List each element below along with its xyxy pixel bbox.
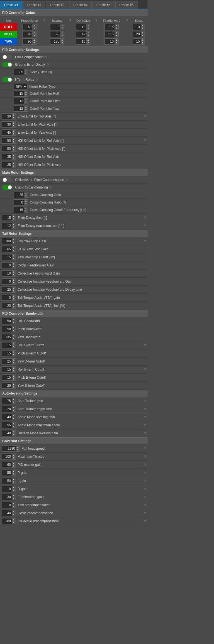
ff-gain-help[interactable]: ? xyxy=(144,495,146,499)
angle-max-angle-spinner[interactable]: ▲▼ xyxy=(2,422,16,428)
piro-comp-help[interactable]: ? xyxy=(45,55,47,59)
tta-limit-input[interactable] xyxy=(2,303,12,308)
pitch-feedforward-up[interactable]: ▲ xyxy=(115,31,118,34)
collective-ff-up[interactable]: ▲ xyxy=(12,271,16,273)
yaw-proportional-input[interactable] xyxy=(23,39,32,44)
pitch-bw-input[interactable] xyxy=(2,327,12,332)
i-gain-up[interactable]: ▲ xyxy=(12,478,16,481)
yaw-derivative-down[interactable]: ▼ xyxy=(86,41,90,44)
yaw-integral-input[interactable] xyxy=(50,39,60,44)
yaw-feedforward-up[interactable]: ▲ xyxy=(115,39,118,41)
yaw-b-down[interactable]: ▼ xyxy=(12,386,16,388)
angle-leveling-gain-spinner[interactable]: ▲▼ xyxy=(2,414,16,420)
i-gain-down[interactable]: ▼ xyxy=(12,481,16,484)
d-gain-up[interactable]: ▲ xyxy=(12,486,16,489)
i-gain-spinner[interactable]: ▲▼ xyxy=(2,478,16,484)
roll-d-input[interactable] xyxy=(2,343,12,348)
angle-leveling-gain-up[interactable]: ▲ xyxy=(12,414,16,417)
error-decay-time-spinner[interactable]: ▲ ▼ xyxy=(2,215,16,221)
horizon-leveling-input[interactable] xyxy=(2,431,12,436)
hsi-gain-pitch-down[interactable]: ▼ xyxy=(12,165,16,168)
max-throttle-input[interactable] xyxy=(2,454,12,459)
yaw-feedforward-spinner[interactable]: ▲▼ xyxy=(104,38,119,45)
max-throttle-down[interactable]: ▼ xyxy=(12,457,16,459)
pitch-derivative-input[interactable] xyxy=(76,32,86,37)
cutoff-pitch-input[interactable] xyxy=(14,99,24,104)
pitch-bw-down[interactable]: ▼ xyxy=(12,329,16,332)
roll-feedforward-input[interactable] xyxy=(105,25,115,30)
pitch-feedforward-input[interactable] xyxy=(105,32,115,37)
yaw-bw-up[interactable]: ▲ xyxy=(12,334,16,337)
yaw-precomp-up[interactable]: ▲ xyxy=(12,254,16,257)
hsi-gain-roll-input[interactable] xyxy=(2,154,12,159)
cross-cutoff-down[interactable]: ▼ xyxy=(24,210,28,213)
hsi-roll-input[interactable] xyxy=(2,138,12,143)
collective-impulse-ff-up[interactable]: ▲ xyxy=(12,279,16,281)
acro-trainer-gain-down[interactable]: ▼ xyxy=(12,401,16,404)
yaw-derivative-input[interactable] xyxy=(76,39,86,44)
angle-leveling-gain-down[interactable]: ▼ xyxy=(12,417,16,420)
iterm-relax-toggle[interactable] xyxy=(2,77,12,82)
error-yaw-input[interactable] xyxy=(2,130,12,135)
cross-gain-up[interactable]: ▲ xyxy=(24,192,28,195)
error-pitch-spinner[interactable]: ▲ ▼ xyxy=(2,121,16,128)
full-headspeed-up[interactable]: ▲ xyxy=(16,446,20,449)
full-headspeed-down[interactable]: ▼ xyxy=(16,449,20,451)
tab-profile-6[interactable]: Profile #6 xyxy=(115,1,138,9)
pitch-integral-up[interactable]: ▲ xyxy=(60,31,64,34)
cyclic-precomp-down[interactable]: ▼ xyxy=(12,513,16,516)
tta-limit-spinner[interactable]: ▲▼ xyxy=(2,303,16,309)
cutoff-roll-up[interactable]: ▲ xyxy=(24,91,28,94)
yaw-bw-input[interactable] xyxy=(2,335,12,340)
roll-integral-input[interactable] xyxy=(50,25,60,30)
collective-precomp-spinner[interactable]: ▲▼ xyxy=(2,518,16,524)
cross-ratio-spinner[interactable]: ▲ ▼ xyxy=(14,199,28,205)
max-throttle-spinner[interactable]: ▲▼ xyxy=(2,454,16,460)
yaw-proportional-up[interactable]: ▲ xyxy=(32,39,36,41)
yaw-boost-input[interactable] xyxy=(133,39,141,44)
roll-boost-up[interactable]: ▲ xyxy=(141,24,145,27)
error-pitch-input[interactable] xyxy=(2,122,12,127)
max-throttle-help[interactable]: ? xyxy=(144,455,146,459)
decay-time-spinner[interactable]: ▲ ▼ xyxy=(14,69,28,75)
pitch-proportional-down[interactable]: ▼ xyxy=(32,34,36,37)
ff-gain-input[interactable] xyxy=(2,494,12,499)
yaw-b-up[interactable]: ▲ xyxy=(12,383,16,386)
pitch-feedforward-down[interactable]: ▼ xyxy=(115,34,118,37)
tab-profile-5[interactable]: Profile #5 xyxy=(92,1,115,9)
full-headspeed-input[interactable] xyxy=(2,446,16,451)
roll-integral-up[interactable]: ▲ xyxy=(60,24,64,27)
pitch-boost-down[interactable]: ▼ xyxy=(141,34,145,37)
pitch-proportional-input[interactable] xyxy=(23,32,32,37)
pitch-boost-up[interactable]: ▲ xyxy=(141,31,145,34)
cutoff-yaw-spinner[interactable]: ▲ ▼ xyxy=(14,106,28,112)
roll-proportional-spinner[interactable]: ▲ ▼ xyxy=(22,24,37,30)
roll-proportional-input[interactable] xyxy=(23,25,32,30)
iterm-type-select[interactable]: RPY RP Y xyxy=(14,84,28,89)
pitch-b-down[interactable]: ▼ xyxy=(12,378,16,380)
pid-master-help[interactable]: ? xyxy=(144,463,146,467)
collective-impulse-decay-down[interactable]: ▼ xyxy=(12,290,16,292)
pitch-boost-spinner[interactable]: ▲▼ xyxy=(133,31,145,37)
d-gain-down[interactable]: ▼ xyxy=(12,489,16,492)
roll-d-up[interactable]: ▲ xyxy=(12,342,16,345)
acro-trainer-angle-spinner[interactable]: ▲▼ xyxy=(2,406,16,412)
ff-gain-up[interactable]: ▲ xyxy=(12,494,16,497)
collective-pitch-toggle[interactable] xyxy=(2,177,12,182)
yaw-feedforward-input[interactable] xyxy=(105,39,115,44)
roll-d-spinner[interactable]: ▲▼ xyxy=(2,342,16,348)
decay-time-up[interactable]: ▲ xyxy=(24,69,28,72)
i-gain-input[interactable] xyxy=(2,478,12,483)
roll-integral-spinner[interactable]: ▲ ▼ xyxy=(50,24,64,30)
cyclic-precomp-input[interactable] xyxy=(2,511,12,516)
decay-time-down[interactable]: ▼ xyxy=(24,72,28,75)
error-pitch-down[interactable]: ▼ xyxy=(12,124,16,127)
collective-ff-spinner[interactable]: ▲▼ xyxy=(2,270,16,276)
cyclic-ff-input[interactable] xyxy=(2,263,12,268)
pitch-d-down[interactable]: ▼ xyxy=(12,353,16,356)
ff-gain-down[interactable]: ▼ xyxy=(12,497,16,500)
roll-boost-input[interactable] xyxy=(133,25,141,30)
yaw-d-spinner[interactable]: ▲▼ xyxy=(2,358,16,364)
max-throttle-up[interactable]: ▲ xyxy=(12,454,16,457)
ff-gain-spinner[interactable]: ▲▼ xyxy=(2,494,16,500)
